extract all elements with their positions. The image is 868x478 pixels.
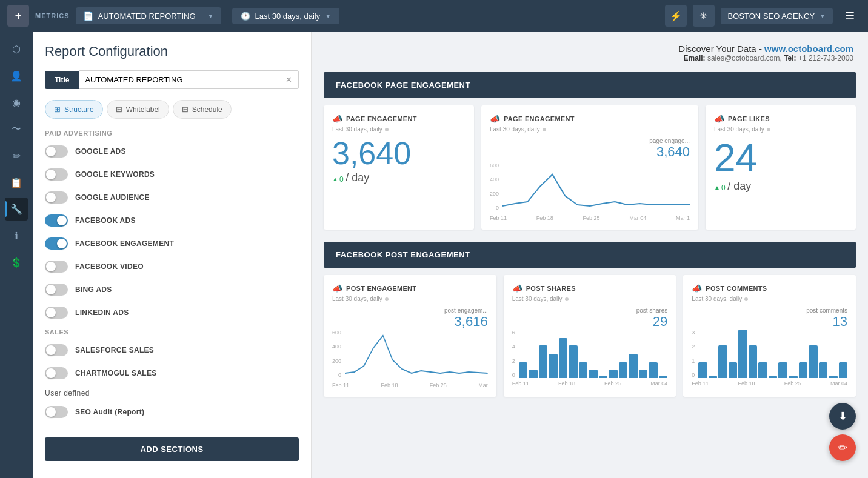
delta-arrow-3: ▲ [714, 184, 720, 191]
toggle-linkedin-ads[interactable] [45, 307, 68, 319]
report-label: AUTOMATED REPORTING [98, 12, 203, 21]
site-url: www.octoboard.com [764, 44, 853, 54]
tab-structure[interactable]: ⊞ Structure [45, 100, 103, 119]
card-title-ps: POST SHARES [526, 285, 576, 292]
schedule-tab-icon: ⊞ [182, 105, 189, 114]
section-facebook-post-engagement: FACEBOOK POST ENGAGEMENT [324, 242, 856, 268]
logo-btn[interactable]: + [7, 5, 29, 27]
download-button[interactable]: ⬇ [829, 403, 856, 430]
structure-tab-label: Structure [64, 105, 94, 114]
toggle-row-salesforce: SALESFORCE SALES [45, 343, 299, 357]
sidebar-item-editor[interactable]: ✏ [5, 144, 28, 167]
tab-schedule[interactable]: ⊞ Schedule [173, 100, 232, 119]
time-dropdown[interactable]: 🕐 Last 30 days, daily ▼ [232, 8, 340, 24]
page-likes-perday: ▲0 / day [714, 180, 847, 193]
megaphone-icon-1: 📣 [332, 114, 342, 124]
dashboard-icon: ⬡ [12, 44, 21, 55]
card-subtitle-pc: Last 30 days, daily [692, 296, 847, 302]
lightning-btn[interactable]: ⚡ [665, 5, 687, 27]
status-dot-1 [385, 128, 389, 131]
toggle-google-keywords[interactable] [45, 168, 68, 181]
card-header-3: 📣 PAGE LIKES [714, 114, 847, 124]
card-subtitle-3: Last 30 days, daily [714, 126, 847, 133]
edit-icon: ✏ [838, 441, 847, 454]
card-subtitle-2: Last 30 days, daily [490, 126, 690, 133]
edit-button[interactable]: ✏ [829, 434, 856, 461]
pc-bar-chart [698, 330, 847, 378]
download-icon: ⬇ [838, 410, 847, 423]
facebook-video-label: FACEBOOK VIDEO [75, 262, 144, 271]
megaphone-icon-ps: 📣 [512, 284, 522, 293]
tab-whitelabel[interactable]: ⊞ Whitelabel [107, 100, 169, 119]
title-input[interactable] [79, 70, 279, 89]
ps-chart-labels: Feb 11Feb 18Feb 25Mar 04 [512, 380, 668, 387]
card-title-3: PAGE LIKES [728, 115, 770, 122]
reports-icon: 📋 [10, 177, 22, 188]
title-row: Title ✕ [45, 70, 299, 89]
settings-icon: 🔧 [10, 204, 22, 215]
google-audience-label: GOOGLE AUDIENCE [75, 193, 150, 202]
sidebar: ⬡ 👤 ◉ 〜 ✏ 📋 🔧 ℹ 💲 [0, 32, 33, 478]
card-header-ps: 📣 POST SHARES [512, 284, 668, 293]
seo-audit-label: SEO Audit (Report) [75, 408, 144, 416]
card-subtitle-pe: Last 30 days, daily [332, 296, 488, 302]
info-icon: ℹ [15, 230, 18, 242]
toggle-seo-audit[interactable] [45, 406, 68, 418]
metrics-label: METRICS [35, 12, 70, 19]
status-dot-3 [767, 128, 770, 131]
status-dot-pc [744, 297, 748, 301]
report-arrow: ▼ [208, 13, 214, 19]
toggle-chartmogul[interactable] [45, 367, 68, 379]
card-page-likes: 📣 PAGE LIKES Last 30 days, daily 24 ▲0 /… [706, 105, 856, 230]
sidebar-item-info[interactable]: ℹ [5, 224, 28, 247]
sidebar-item-billing[interactable]: 💲 [5, 251, 28, 274]
lightning-icon: ⚡ [670, 10, 682, 22]
toggle-google-audience[interactable] [45, 191, 68, 204]
left-panel: Report Configuration Title ✕ ⊞ Structure… [33, 32, 312, 478]
megaphone-icon-pe: 📣 [332, 284, 342, 293]
page-likes-value: 24 [714, 139, 847, 178]
toggle-facebook-ads[interactable] [45, 214, 68, 227]
panel-title: Report Configuration [45, 44, 299, 59]
sidebar-item-trends[interactable]: 〜 [5, 118, 28, 141]
sun-btn[interactable]: ✳ [693, 5, 715, 27]
delta-3: ▲0 [714, 184, 726, 192]
card-header-2: 📣 PAGE ENGAGEMENT [490, 114, 690, 124]
card-header-pe: 📣 POST ENGAGEMENT [332, 284, 488, 293]
title-clear-btn[interactable]: ✕ [279, 70, 299, 89]
sales-label: SALES [45, 328, 299, 336]
schedule-tab-label: Schedule [192, 105, 222, 114]
toggle-row-chartmogul: CHARTMOGUL SALES [45, 366, 299, 380]
sidebar-item-analytics[interactable]: ◉ [5, 91, 28, 114]
toggle-bing-ads[interactable] [45, 284, 68, 296]
toggle-row-google-keywords: GOOGLE KEYWORDS [45, 167, 299, 182]
sidebar-item-settings[interactable]: 🔧 [5, 198, 28, 221]
card-title-pe: POST ENGAGEMENT [346, 285, 416, 292]
clock-icon: 🕐 [241, 12, 250, 21]
toggle-facebook-video[interactable] [45, 261, 68, 273]
sidebar-item-dashboard[interactable]: ⬡ [5, 38, 28, 61]
report-icon: 📄 [83, 11, 93, 21]
status-dot-ps [565, 297, 569, 301]
sidebar-item-reports[interactable]: 📋 [5, 171, 28, 194]
hamburger-btn[interactable]: ☰ [839, 5, 861, 27]
toggle-row-facebook-video: FACEBOOK VIDEO [45, 259, 299, 274]
toggle-facebook-engagement[interactable] [45, 237, 68, 250]
linkedin-ads-label: LINKEDIN ADS [75, 308, 129, 317]
toggle-google-ads[interactable] [45, 145, 68, 158]
line-chart-container [502, 162, 690, 213]
add-sections-button[interactable]: ADD SECTIONS [45, 437, 299, 461]
user-defined-label: User defined [45, 389, 299, 397]
ps-overlay-label: post shares [512, 307, 668, 314]
report-dropdown[interactable]: 📄 AUTOMATED REPORTING ▼ [76, 7, 221, 24]
status-dot-2 [542, 128, 546, 131]
megaphone-icon-2: 📣 [490, 114, 500, 124]
toggle-salesforce[interactable] [45, 344, 68, 356]
trends-icon: 〜 [12, 123, 21, 136]
title-tab[interactable]: Title [45, 71, 79, 89]
agency-dropdown[interactable]: BOSTON SEO AGENCY ▼ [721, 8, 833, 24]
sidebar-item-users[interactable]: 👤 [5, 64, 28, 87]
card-page-engagement-chart: 📣 PAGE ENGAGEMENT Last 30 days, daily pa… [481, 105, 698, 230]
editor-icon: ✏ [13, 150, 21, 162]
line-chart-svg [502, 162, 690, 211]
